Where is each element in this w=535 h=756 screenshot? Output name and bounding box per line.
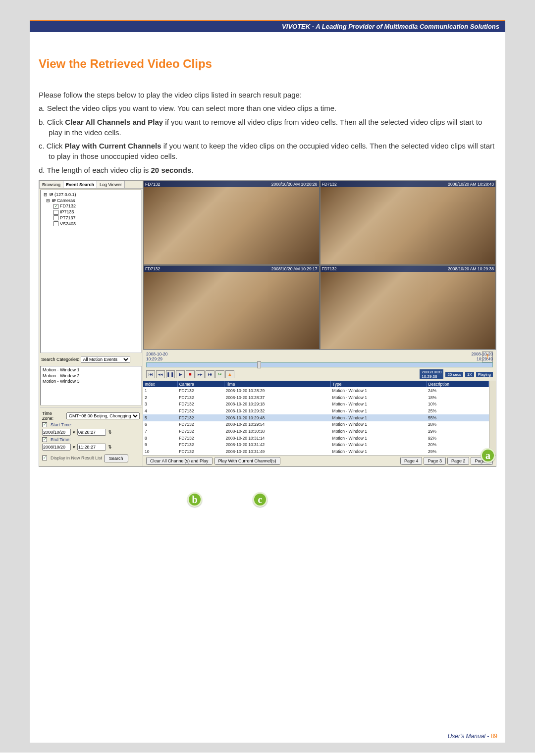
left-tabs: Browsing Event Search Log Viewer: [39, 181, 143, 189]
col-time[interactable]: Time: [224, 381, 330, 387]
results-table[interactable]: Index Camera Time Type Description 1FD71…: [143, 381, 489, 455]
video-cell[interactable]: FD71322008/10/20 AM 10:28:28: [143, 181, 320, 265]
next-frame-button[interactable]: ▸▸: [196, 370, 205, 378]
motion-window-list[interactable]: Motion - Window 1 Motion - Window 2 Moti…: [40, 366, 142, 405]
annotation-a: a: [481, 448, 495, 463]
tab-browsing[interactable]: Browsing: [39, 181, 63, 188]
page-button[interactable]: Page 3: [424, 457, 446, 465]
table-row[interactable]: 2FD71322008-10-20 10:28:37Motion - Windo…: [143, 394, 489, 401]
annotation-c: c: [253, 492, 268, 507]
table-row[interactable]: 7FD71322008-10-20 10:30:38Motion - Windo…: [143, 428, 489, 435]
step-d: d. The length of each video clip is 20 s…: [39, 165, 496, 175]
play-button[interactable]: ▶: [176, 370, 185, 378]
annotation-b: b: [187, 492, 202, 507]
tab-log-viewer[interactable]: Log Viewer: [97, 181, 125, 188]
start-time-input[interactable]: [77, 429, 106, 436]
up-icon[interactable]: ▲: [225, 370, 234, 378]
step-c: c. Click Play with Current Channels if y…: [39, 141, 496, 162]
tree-item[interactable]: VS2403: [60, 221, 76, 226]
table-row[interactable]: 3FD71322008-10-20 10:29:18Motion - Windo…: [143, 401, 489, 407]
clear-all-play-button[interactable]: Clear All Channel(s) and Play: [146, 457, 213, 465]
stepper-icon[interactable]: ⇅: [108, 430, 112, 435]
step-a: a. Select the video clips you want to vi…: [39, 103, 496, 113]
footer: User's Manual - 89: [448, 733, 497, 740]
camera-tree[interactable]: ⊟ 🖳 (127.0.0.1) ⊟ 🖳 Cameras ✓FD7132 IP71…: [40, 190, 142, 353]
cut-button[interactable]: ✂: [215, 370, 224, 378]
video-cell[interactable]: FD71322008/10/20 AM 10:28:43: [320, 181, 496, 265]
table-row[interactable]: 9FD71322008-10-20 10:31:42Motion - Windo…: [143, 442, 489, 449]
display-new-checkbox[interactable]: ✓: [42, 455, 47, 460]
video-cells: FD71322008/10/20 AM 10:28:28 FD71322008/…: [143, 181, 496, 350]
table-row[interactable]: 8FD71322008-10-20 10:31:14Motion - Windo…: [143, 435, 489, 442]
col-camera[interactable]: Camera: [177, 381, 224, 387]
timezone-select[interactable]: GMT+08:00 Beijing, Chongqing: [66, 412, 140, 419]
seek-knob[interactable]: [257, 361, 261, 368]
start-time-checkbox[interactable]: ✓: [42, 422, 47, 427]
first-frame-button[interactable]: ⏮: [146, 370, 155, 378]
scrollbar[interactable]: [489, 381, 496, 455]
table-row[interactable]: 1FD71322008-10-20 10:28:29Motion - Windo…: [143, 387, 489, 394]
seek-slider[interactable]: [146, 362, 493, 367]
tree-item[interactable]: PT7137: [60, 215, 76, 220]
table-row[interactable]: 4FD71322008-10-20 10:29:32Motion - Windo…: [143, 407, 489, 414]
timezone-label: Time Zone:: [42, 411, 64, 421]
video-cell[interactable]: FD71322008/10/20 AM 10:29:17: [143, 265, 320, 350]
page-button[interactable]: Page 4: [400, 457, 423, 465]
section-title: View the Retrieved Video Clips: [39, 57, 496, 71]
end-date-input[interactable]: [42, 444, 71, 451]
col-desc[interactable]: Description: [427, 381, 488, 387]
end-time-checkbox[interactable]: ✓: [42, 437, 47, 442]
end-time-label: End Time:: [51, 437, 71, 442]
search-categories-label: Search Categories:: [41, 357, 79, 362]
display-new-label: Display in New Result List: [51, 455, 102, 460]
end-time-input[interactable]: [77, 444, 106, 451]
search-button[interactable]: Search: [104, 454, 128, 462]
page-button[interactable]: Page 2: [447, 457, 470, 465]
list-item[interactable]: Motion - Window 2: [43, 373, 139, 379]
video-cell[interactable]: FD71322008/10/20 AM 10:29:38: [320, 265, 496, 350]
play-current-channels-button[interactable]: Play With Current Channel(s): [214, 457, 280, 465]
playback-strip: 2008-10-2010:29:29 2008-10-2010:29:49 ⤒ …: [143, 350, 496, 381]
table-row[interactable]: 10FD71322008-10-20 10:31:49Motion - Wind…: [143, 448, 489, 455]
pause-button[interactable]: ❚❚: [166, 370, 175, 378]
start-time-label: Start Time:: [51, 422, 72, 427]
search-categories-select[interactable]: All Motion Events: [81, 356, 130, 363]
stepper-icon[interactable]: ⇅: [108, 445, 112, 450]
list-item[interactable]: Motion - Window 1: [43, 367, 139, 373]
list-item[interactable]: Motion - Window 3: [43, 379, 139, 385]
start-date-input[interactable]: [42, 429, 71, 436]
col-type[interactable]: Type: [331, 381, 427, 387]
dropdown-icon[interactable]: ▾: [73, 430, 75, 435]
doc-header: VIVOTEK - A Leading Provider of Multimed…: [30, 20, 505, 32]
tree-item[interactable]: IP7135: [60, 209, 74, 214]
rewind-button[interactable]: ◂◂: [156, 370, 165, 378]
app-screenshot: Browsing Event Search Log Viewer ⊟ 🖳 (12…: [39, 180, 496, 467]
dropdown-icon[interactable]: ▾: [73, 445, 75, 450]
last-frame-button[interactable]: ⏭: [206, 370, 214, 378]
step-b: b. Click Clear All Channels and Play if …: [39, 117, 496, 138]
table-row[interactable]: 5FD71322008-10-20 10:29:48Motion - Windo…: [143, 414, 489, 421]
table-row[interactable]: 6FD71322008-10-20 10:29:54Motion - Windo…: [143, 421, 489, 428]
tree-item[interactable]: FD7132: [60, 203, 76, 208]
intro-text: Please follow the steps below to play th…: [39, 90, 496, 100]
tab-event-search[interactable]: Event Search: [63, 181, 97, 188]
col-index[interactable]: Index: [143, 381, 177, 387]
record-button[interactable]: ■: [186, 370, 195, 378]
